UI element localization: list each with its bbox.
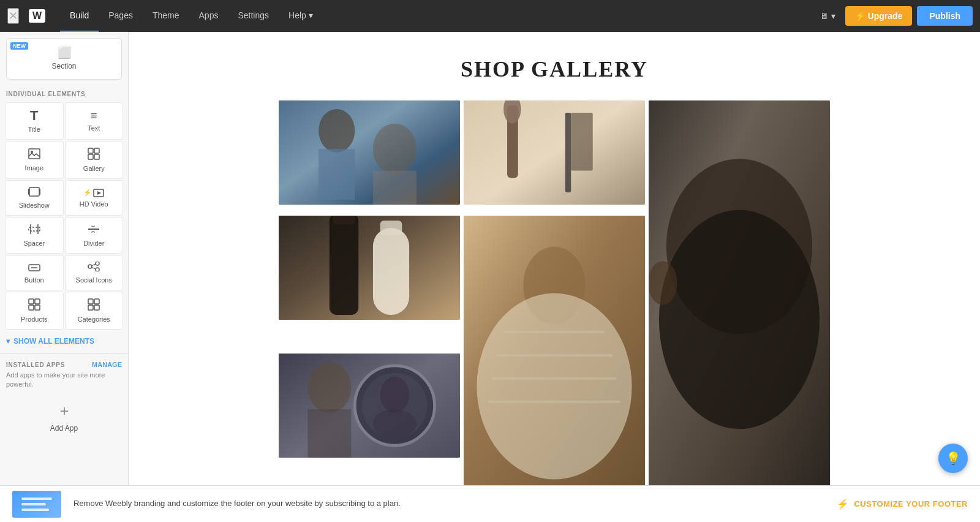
customize-footer-label: CUSTOMIZE YOUR FOOTER [854,499,968,509]
section-label: Section [51,62,76,70]
element-hd-video-label: HD Video [80,200,108,208]
svg-rect-44 [279,216,460,320]
publish-button[interactable]: Publish [917,6,973,26]
element-products[interactable]: Products [5,292,64,330]
add-app-button[interactable]: ＋ Add App [0,395,128,439]
gallery-image-6[interactable] [279,354,460,458]
svg-rect-2 [88,148,93,153]
element-categories[interactable]: Categories [65,292,124,330]
element-hd-video[interactable]: ⚡ HD Video [65,180,124,216]
tab-help[interactable]: Help ▾ [279,0,323,32]
svg-point-17 [96,262,99,265]
button-icon [28,262,40,273]
svg-rect-28 [88,305,93,310]
chevron-down-icon: ▾ [6,337,10,346]
svg-point-33 [373,124,417,175]
help-fab[interactable]: 💡 [938,444,968,473]
element-title-label: Title [28,126,40,133]
svg-rect-6 [29,187,39,196]
show-all-elements-button[interactable]: ▾ SHOW ALL ELEMENTS [0,332,128,350]
individual-elements-label: INDIVIDUAL ELEMENTS [0,86,128,100]
element-divider-label: Divider [83,240,104,247]
gallery-icon [88,148,100,162]
svg-rect-5 [94,154,99,159]
gallery-image-4[interactable] [279,216,460,320]
gallery-image-2[interactable] [464,100,645,205]
svg-rect-34 [373,171,417,205]
sidebar: NEW ⬜ Section INDIVIDUAL ELEMENTS T Titl… [0,32,129,485]
svg-point-60 [373,409,417,438]
svg-rect-35 [464,100,645,205]
element-social-icons-label: Social Icons [76,276,112,284]
gallery-grid [279,100,830,485]
footer-line-2 [21,503,46,505]
element-spacer-label: Spacer [23,240,45,247]
device-toggle[interactable]: 🖥 ▾ [815,11,840,21]
svg-rect-27 [94,299,99,304]
tab-apps[interactable]: Apps [189,0,228,32]
svg-point-42 [659,210,820,429]
section-icon: ⬜ [58,47,71,58]
elements-grid: T Title ≡ Text Image [0,100,128,332]
footer-line-1 [21,497,52,500]
social-icons-icon [88,262,100,273]
svg-rect-24 [35,305,40,310]
element-text[interactable]: ≡ Text [65,102,124,140]
svg-rect-3 [94,148,99,153]
close-button[interactable]: ✕ [7,8,19,24]
element-slideshow-label: Slideshow [19,202,50,209]
products-icon [28,298,40,312]
element-spacer[interactable]: Spacer [5,217,64,254]
svg-point-18 [96,268,99,271]
tab-pages[interactable]: Pages [99,0,143,32]
canvas-area: SHOP GALLERY [129,32,980,485]
element-image[interactable]: Image [5,141,64,179]
logo: W [29,9,45,23]
element-products-label: Products [21,316,47,323]
footer-bar: Remove Weebly branding and customize the… [0,485,980,522]
element-categories-label: Categories [78,316,110,323]
svg-rect-46 [333,216,355,224]
installed-apps-label: INSTALLED APPS [6,361,65,368]
gallery-title: SHOP GALLERY [165,56,943,82]
upgrade-button[interactable]: ⚡ Upgrade [845,6,913,26]
footer-lines-decoration [21,497,52,511]
element-slideshow[interactable]: Slideshow [5,180,64,216]
footer-preview-thumbnail [12,491,61,518]
svg-line-20 [92,268,96,270]
manage-link[interactable]: MANAGE [92,361,122,368]
svg-rect-32 [318,149,355,200]
gallery-image-1[interactable] [279,100,460,205]
element-gallery[interactable]: Gallery [65,141,124,179]
nav-right: 🖥 ▾ ⚡ Upgrade Publish [815,6,973,26]
installed-apps-header: INSTALLED APPS MANAGE [0,356,128,371]
add-app-label: Add App [50,424,78,433]
show-all-label: SHOW ALL ELEMENTS [13,337,94,346]
svg-point-51 [477,293,631,480]
tab-settings[interactable]: Settings [228,0,279,32]
top-nav: ✕ W Build Pages Theme Apps Settings Help… [0,0,980,32]
hd-video-icon: ⚡ [83,189,104,197]
svg-rect-8 [39,189,40,195]
text-icon: ≡ [91,110,97,121]
main-layout: NEW ⬜ Section INDIVIDUAL ELEMENTS T Titl… [0,32,980,485]
element-social-icons[interactable]: Social Icons [65,255,124,290]
element-button[interactable]: Button [5,255,64,290]
svg-point-59 [380,377,409,413]
nav-tabs: Build Pages Theme Apps Settings Help ▾ [60,0,815,32]
svg-rect-23 [29,305,34,310]
footer-message: Remove Weebly branding and customize the… [74,498,824,509]
gallery-image-5[interactable] [464,216,645,485]
new-section-button[interactable]: NEW ⬜ Section [6,38,122,80]
element-title[interactable]: T Title [5,102,64,140]
sidebar-divider [0,353,128,354]
tab-theme[interactable]: Theme [143,0,189,32]
svg-point-31 [318,109,355,153]
element-divider[interactable]: Divider [65,217,124,254]
svg-rect-38 [565,113,571,192]
customize-footer-button[interactable]: ⚡ CUSTOMIZE YOUR FOOTER [837,498,968,510]
lightning-icon: ⚡ [837,498,849,510]
gallery-image-3[interactable] [649,100,830,485]
tab-build[interactable]: Build [60,0,99,32]
element-text-label: Text [88,124,100,132]
